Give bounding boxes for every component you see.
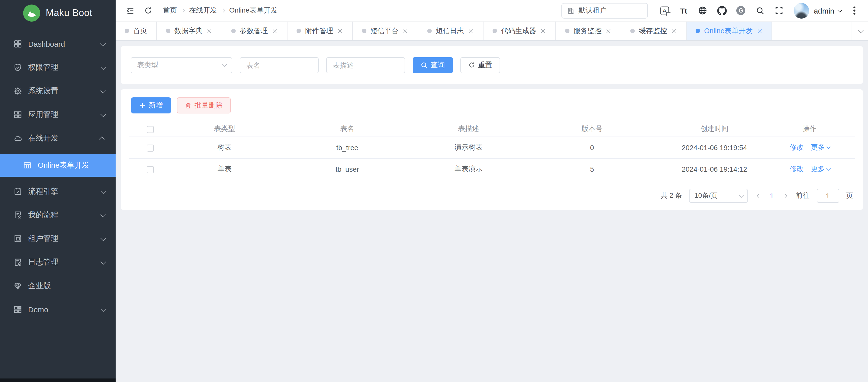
translate-icon[interactable]: A: [655, 3, 674, 18]
column-header: 表类型: [172, 124, 277, 133]
reset-button[interactable]: 重置: [460, 57, 500, 73]
sidebar-item-my-flow[interactable]: 我的流程: [0, 203, 116, 227]
batch-delete-button[interactable]: 批量删除: [177, 97, 231, 113]
page-unit-label: 页: [846, 191, 853, 200]
gear-icon: [13, 86, 22, 96]
filter-panel: 表类型 查询 重置: [121, 46, 863, 84]
tab-dot-icon: [231, 29, 236, 33]
tenant-select[interactable]: 默认租户: [561, 3, 648, 18]
search-icon[interactable]: [750, 3, 770, 18]
data-table: 表类型 表名 表描述 版本号 创建时间 操作 树表 tb_tree 演示树表 0…: [129, 121, 855, 180]
sidebar: Maku Boot Dashboard 权限管理: [0, 0, 116, 382]
tabs-dropdown[interactable]: [851, 22, 868, 40]
batch-delete-label: 批量删除: [194, 101, 223, 110]
sidebar-item-demo[interactable]: Demo: [0, 298, 116, 321]
table-type-select[interactable]: 表类型: [131, 57, 232, 73]
tab-sms-log[interactable]: 短信日志: [418, 22, 484, 40]
shield-check-icon: [13, 63, 22, 72]
tab-param[interactable]: 参数管理: [222, 22, 287, 40]
chevron-down-icon: [100, 235, 106, 241]
cloud-icon: [13, 134, 22, 143]
sidebar-item-tenant[interactable]: 租户管理: [0, 227, 116, 250]
refresh-icon[interactable]: [142, 4, 155, 17]
tab-label: 缓存监控: [639, 26, 667, 35]
search-button[interactable]: 查询: [413, 57, 453, 73]
chevron-down-icon: [100, 212, 106, 217]
maku-logo-icon: [23, 4, 40, 22]
tab-cache-monitor[interactable]: 缓存监控: [621, 22, 687, 40]
chevron-down-icon: [739, 193, 744, 198]
cell-actions: 修改 更多: [764, 143, 855, 152]
row-checkbox[interactable]: [147, 145, 154, 151]
tab-code-gen[interactable]: 代码生成器: [484, 22, 556, 40]
breadcrumb-online-dev[interactable]: 在线开发: [189, 6, 217, 15]
sidebar-item-enterprise[interactable]: 企业版: [0, 274, 116, 298]
tenant-value: 默认租户: [579, 6, 607, 15]
row-checkbox[interactable]: [147, 166, 154, 173]
tab-dot-icon: [297, 29, 301, 33]
tab-service-monitor[interactable]: 服务监控: [556, 22, 621, 40]
goto-label: 前往: [796, 191, 809, 200]
user-avatar[interactable]: [794, 3, 809, 18]
tab-dot-icon: [362, 29, 366, 33]
pagination-total: 共 2 条: [661, 191, 682, 200]
breadcrumb: 首页 在线开发 Online表单开发: [163, 6, 278, 15]
add-button[interactable]: 新增: [131, 97, 171, 113]
tab-label: 服务监控: [574, 26, 601, 35]
more-link[interactable]: 更多: [811, 165, 829, 174]
tab-sms-platform[interactable]: 短信平台: [353, 22, 418, 40]
sidebar-item-dashboard[interactable]: Dashboard: [0, 32, 116, 56]
page-number[interactable]: 1: [770, 192, 774, 200]
sidebar-item-log[interactable]: 日志管理: [0, 250, 116, 274]
chevron-down-icon: [100, 64, 106, 70]
close-icon[interactable]: [757, 28, 763, 34]
close-icon[interactable]: [272, 28, 278, 34]
edit-link[interactable]: 修改: [789, 165, 804, 174]
top-header: 首页 在线开发 Online表单开发 默认租户 A Tt: [116, 0, 868, 21]
sidebar-item-system[interactable]: 系统设置: [0, 79, 116, 103]
tabs-spacer: [772, 22, 851, 40]
prev-page-button[interactable]: [755, 194, 763, 197]
search-icon: [421, 62, 428, 69]
sidebar-item-label: 流程引擎: [28, 187, 100, 196]
page-size-select[interactable]: 10条/页: [689, 189, 748, 203]
globe-icon[interactable]: [693, 3, 712, 18]
next-page-button[interactable]: [781, 194, 789, 197]
main-area: 首页 在线开发 Online表单开发 默认租户 A Tt: [116, 0, 868, 382]
close-icon[interactable]: [540, 28, 546, 34]
github-icon[interactable]: [712, 3, 731, 18]
table-name-input[interactable]: [240, 57, 319, 73]
sidebar-item-online-dev[interactable]: 在线开发: [0, 127, 116, 150]
sidebar-item-online-form[interactable]: Online表单开发: [0, 154, 116, 177]
close-icon[interactable]: [337, 28, 343, 34]
select-all-checkbox[interactable]: [147, 126, 154, 133]
sidebar-fold-icon[interactable]: [124, 4, 137, 17]
sidebar-item-workflow[interactable]: 流程引擎: [0, 180, 116, 203]
tab-home[interactable]: 首页: [116, 22, 157, 40]
close-icon[interactable]: [606, 28, 612, 34]
breadcrumb-home[interactable]: 首页: [163, 6, 177, 15]
tab-attachment[interactable]: 附件管理: [287, 22, 353, 40]
cell-version: 0: [520, 144, 665, 151]
close-icon[interactable]: [403, 28, 409, 34]
close-icon[interactable]: [671, 28, 677, 34]
stamp-frame-icon: [13, 234, 22, 243]
gitee-icon[interactable]: G: [731, 3, 750, 18]
fullscreen-icon[interactable]: [770, 3, 788, 18]
goto-page-input[interactable]: [816, 189, 839, 203]
font-size-icon[interactable]: Tt: [674, 3, 693, 18]
sidebar-item-permission[interactable]: 权限管理: [0, 56, 116, 79]
username[interactable]: admin: [814, 6, 834, 15]
table-row: 树表 tb_tree 演示树表 0 2024-01-06 19:19:54 修改…: [129, 137, 855, 159]
close-icon[interactable]: [207, 28, 213, 34]
tab-data-dict[interactable]: 数据字典: [157, 22, 222, 40]
more-menu-icon[interactable]: [848, 3, 861, 18]
tab-online-form[interactable]: Online表单开发: [687, 22, 772, 40]
sidebar-item-apps[interactable]: 应用管理: [0, 103, 116, 127]
edit-link[interactable]: 修改: [789, 143, 804, 152]
table-desc-input[interactable]: [326, 57, 405, 73]
app-logo[interactable]: Maku Boot: [0, 0, 116, 26]
close-icon[interactable]: [468, 28, 474, 34]
add-button-label: 新增: [149, 101, 163, 110]
more-link[interactable]: 更多: [811, 143, 829, 152]
